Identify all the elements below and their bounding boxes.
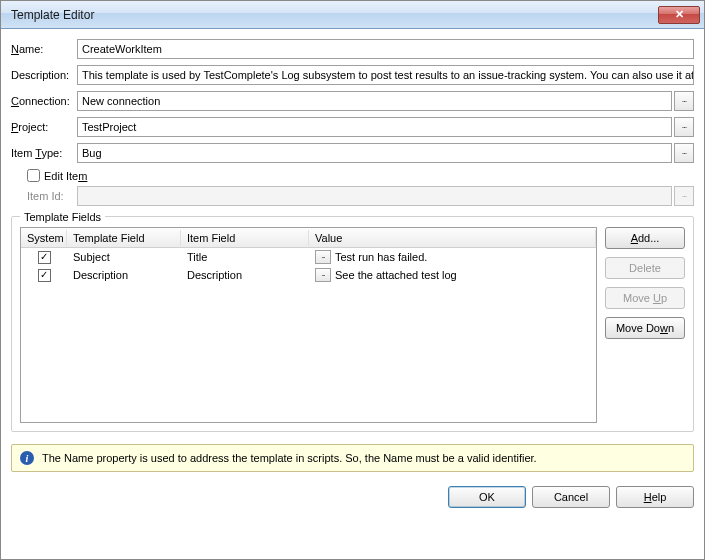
delete-button: Delete [605,257,685,279]
label-project: Project: [11,121,77,133]
dialog-footer: OK Cancel Help [1,478,704,518]
label-item-id: Item Id: [27,190,77,202]
dialog-content: Name: Description: This template is used… [1,29,704,478]
ok-button[interactable]: OK [448,486,526,508]
name-input[interactable] [77,39,694,59]
label-name: Name: [11,43,77,55]
label-description: Description: [11,69,77,81]
table-row[interactable]: ✓ Subject Title ··· Test run has failed. [21,248,596,266]
add-button[interactable]: Add... [605,227,685,249]
edit-item-checkbox[interactable] [27,169,40,182]
cell-item-field: Title [181,251,309,263]
value-browse-button[interactable]: ··· [315,268,331,282]
item-type-text: Bug [82,147,102,159]
connection-text: New connection [82,95,160,107]
th-value[interactable]: Value [309,230,596,246]
close-icon: ✕ [675,8,684,21]
template-fields-group: Template Fields System Template Field It… [11,216,694,432]
cancel-button[interactable]: Cancel [532,486,610,508]
fields-table[interactable]: System Template Field Item Field Value ✓… [20,227,597,423]
label-edit-item: Edit Item [44,170,87,182]
connection-input[interactable]: New connection [77,91,672,111]
fields-button-column: Add... Delete Move Up Move Down [605,227,685,423]
window-title: Template Editor [11,8,658,22]
system-checkbox[interactable]: ✓ [38,269,51,282]
titlebar: Template Editor ✕ [1,1,704,29]
system-checkbox[interactable]: ✓ [38,251,51,264]
value-text: See the attached test log [335,269,457,281]
th-template-field[interactable]: Template Field [67,230,181,246]
info-icon: i [20,451,34,465]
project-text: TestProject [82,121,136,133]
item-type-browse-button[interactable]: ··· [674,143,694,163]
value-text: Test run has failed. [335,251,427,263]
move-down-button[interactable]: Move Down [605,317,685,339]
th-item-field[interactable]: Item Field [181,230,309,246]
project-browse-button[interactable]: ··· [674,117,694,137]
row-item-id: Item Id: ··· [27,186,694,206]
description-input[interactable]: This template is used by TestComplete's … [77,65,694,85]
help-button[interactable]: Help [616,486,694,508]
cell-template-field: Description [67,269,181,281]
move-up-button: Move Up [605,287,685,309]
row-edit-item: Edit Item [27,169,694,182]
row-connection: Connection: New connection ··· [11,91,694,111]
row-item-type: Item Type: Bug ··· [11,143,694,163]
cell-value: ··· Test run has failed. [309,250,596,264]
cell-value: ··· See the attached test log [309,268,596,282]
connection-browse-button[interactable]: ··· [674,91,694,111]
info-text: The Name property is used to address the… [42,452,537,464]
project-input[interactable]: TestProject [77,117,672,137]
info-bar: i The Name property is used to address t… [11,444,694,472]
row-project: Project: TestProject ··· [11,117,694,137]
th-system[interactable]: System [21,230,67,246]
cell-item-field: Description [181,269,309,281]
cell-template-field: Subject [67,251,181,263]
row-name: Name: [11,39,694,59]
item-type-input[interactable]: Bug [77,143,672,163]
close-button[interactable]: ✕ [658,6,700,24]
value-browse-button[interactable]: ··· [315,250,331,264]
description-text: This template is used by TestComplete's … [82,69,694,81]
item-id-browse-button: ··· [674,186,694,206]
table-row[interactable]: ✓ Description Description ··· See the at… [21,266,596,284]
row-description: Description: This template is used by Te… [11,65,694,85]
table-header: System Template Field Item Field Value [21,228,596,248]
label-connection: Connection: [11,95,77,107]
label-item-type: Item Type: [11,147,77,159]
item-id-input [77,186,672,206]
template-fields-legend: Template Fields [20,211,105,223]
